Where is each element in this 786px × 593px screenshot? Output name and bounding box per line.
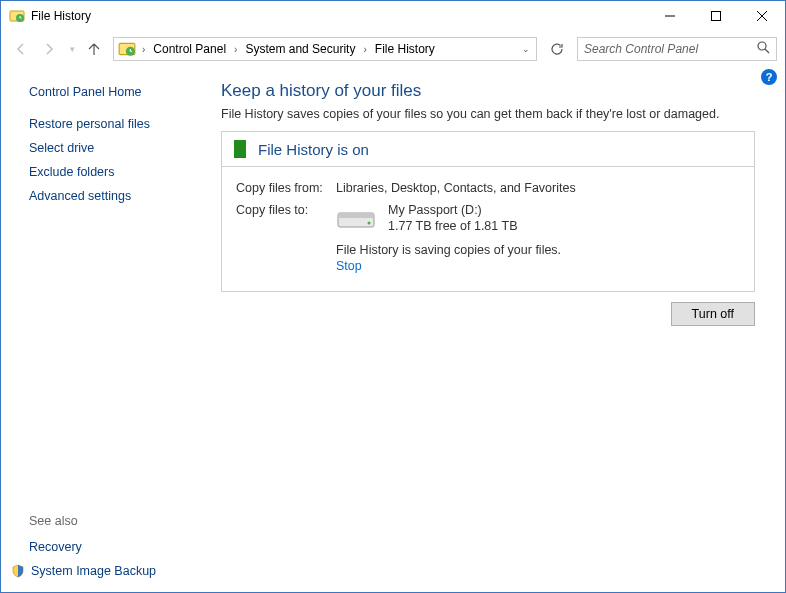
svg-point-12 <box>368 222 371 225</box>
recovery-link[interactable]: Recovery <box>29 540 197 554</box>
window-title: File History <box>31 9 647 23</box>
status-header: File History is on <box>222 132 754 167</box>
drive-icon <box>336 205 376 231</box>
search-icon <box>757 40 770 58</box>
refresh-button[interactable] <box>545 37 569 61</box>
svg-rect-11 <box>338 213 374 218</box>
copy-from-value: Libraries, Desktop, Contacts, and Favori… <box>336 181 576 195</box>
page-subheading: File History saves copies of your files … <box>221 107 755 121</box>
saving-message: File History is saving copies of your fi… <box>336 243 740 257</box>
status-title: File History is on <box>258 141 369 158</box>
svg-line-9 <box>765 49 769 53</box>
see-also-label: See also <box>29 514 197 528</box>
exclude-folders-link[interactable]: Exclude folders <box>29 165 197 179</box>
maximize-button[interactable] <box>693 1 739 31</box>
breadcrumb-bar[interactable]: › Control Panel › System and Security › … <box>113 37 537 61</box>
breadcrumb-dropdown[interactable]: ⌄ <box>522 44 530 54</box>
svg-rect-3 <box>712 12 721 21</box>
restore-files-link[interactable]: Restore personal files <box>29 117 197 131</box>
minimize-button[interactable] <box>647 1 693 31</box>
svg-point-8 <box>758 42 766 50</box>
shield-icon <box>11 564 25 578</box>
forward-button[interactable] <box>37 37 61 61</box>
drive-free-space: 1.77 TB free of 1.81 TB <box>388 219 517 233</box>
app-icon <box>9 8 25 24</box>
select-drive-link[interactable]: Select drive <box>29 141 197 155</box>
window-controls <box>647 1 785 31</box>
status-indicator <box>234 140 246 158</box>
breadcrumb-icon <box>118 40 136 58</box>
breadcrumb-item[interactable]: File History <box>371 38 439 60</box>
help-icon[interactable]: ? <box>761 69 777 85</box>
control-panel-home-link[interactable]: Control Panel Home <box>29 85 197 99</box>
search-box[interactable] <box>577 37 777 61</box>
navbar: ▾ › Control Panel › System and Security … <box>1 31 785 67</box>
back-button[interactable] <box>9 37 33 61</box>
breadcrumb-item[interactable]: System and Security <box>241 38 359 60</box>
advanced-settings-link[interactable]: Advanced settings <box>29 189 197 203</box>
drive-name: My Passport (D:) <box>388 203 517 217</box>
titlebar: File History <box>1 1 785 31</box>
turn-off-button[interactable]: Turn off <box>671 302 755 326</box>
sidebar: Control Panel Home Restore personal file… <box>1 67 211 592</box>
system-image-backup-link[interactable]: System Image Backup <box>31 564 156 578</box>
main-content: ? Keep a history of your files File Hist… <box>211 67 785 592</box>
page-heading: Keep a history of your files <box>221 81 755 101</box>
close-button[interactable] <box>739 1 785 31</box>
chevron-right-icon[interactable]: › <box>138 44 149 55</box>
copy-from-label: Copy files from: <box>236 181 336 195</box>
copy-to-label: Copy files to: <box>236 203 336 235</box>
breadcrumb-item[interactable]: Control Panel <box>149 38 230 60</box>
search-input[interactable] <box>584 42 757 56</box>
chevron-right-icon[interactable]: › <box>230 44 241 55</box>
recent-locations-dropdown[interactable]: ▾ <box>65 44 79 54</box>
chevron-right-icon[interactable]: › <box>359 44 370 55</box>
stop-link[interactable]: Stop <box>336 259 362 273</box>
up-button[interactable] <box>83 38 105 60</box>
status-box: File History is on Copy files from: Libr… <box>221 131 755 292</box>
